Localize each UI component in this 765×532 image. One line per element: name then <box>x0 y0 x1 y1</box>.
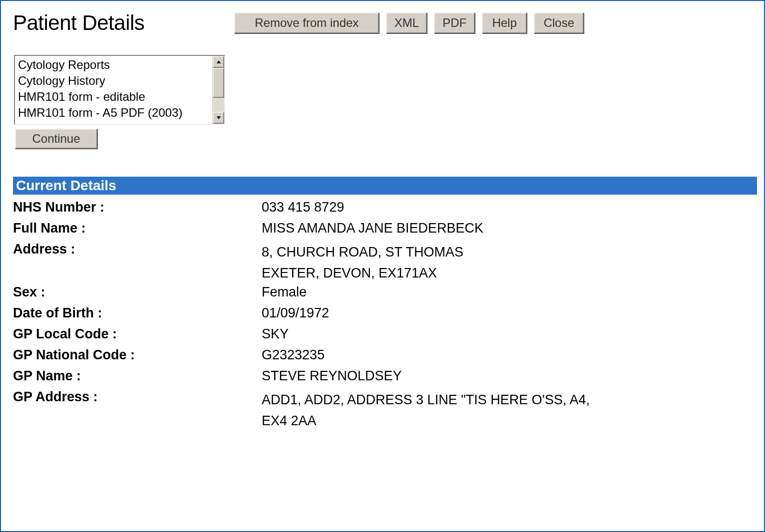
label-sex: Sex : <box>13 283 262 300</box>
row-full-name: Full Name : MISS AMANDA JANE BIEDERBECK <box>13 220 752 241</box>
value-gp-address: ADD1, ADD2, ADDRESS 3 LINE "TIS HERE O'S… <box>262 388 590 431</box>
scroll-up-button[interactable] <box>213 56 224 68</box>
scrollbar <box>212 56 224 124</box>
xml-button[interactable]: XML <box>386 12 427 33</box>
toolbar: Remove from index XML PDF Help Close <box>234 12 584 33</box>
row-gp-name: GP Name : STEVE REYNOLDSEY <box>13 367 752 388</box>
list-item[interactable]: Cytology Reports <box>18 57 209 73</box>
svg-marker-0 <box>217 60 221 63</box>
scroll-down-button[interactable] <box>213 112 224 124</box>
help-button[interactable]: Help <box>482 12 527 33</box>
header-row: Patient Details Remove from index XML PD… <box>13 11 752 35</box>
address-line-1: 8, CHURCH ROAD, ST THOMAS <box>262 242 463 263</box>
report-listbox[interactable]: Cytology Reports Cytology History HMR101… <box>15 56 212 124</box>
scroll-thumb[interactable] <box>213 68 224 98</box>
value-full-name: MISS AMANDA JANE BIEDERBECK <box>262 220 483 236</box>
details-table: NHS Number : 033 415 8729 Full Name : MI… <box>13 199 752 431</box>
address-line-2: EXETER, DEVON, EX171AX <box>262 263 463 283</box>
scroll-track[interactable] <box>213 68 224 112</box>
value-address: 8, CHURCH ROAD, ST THOMAS EXETER, DEVON,… <box>262 241 463 283</box>
value-gp-name: STEVE REYNOLDSEY <box>262 367 402 384</box>
gp-address-line-2: EX4 2AA <box>262 410 590 431</box>
row-gp-address: GP Address : ADD1, ADD2, ADDRESS 3 LINE … <box>13 388 752 431</box>
label-nhs-number: NHS Number : <box>13 199 262 215</box>
listbox-wrap: Cytology Reports Cytology History HMR101… <box>14 55 225 125</box>
close-button[interactable]: Close <box>534 12 584 33</box>
label-gp-national: GP National Code : <box>13 346 262 363</box>
label-gp-address: GP Address : <box>13 388 262 405</box>
value-gp-national: G2323235 <box>262 346 325 363</box>
gp-address-line-1: ADD1, ADD2, ADDRESS 3 LINE "TIS HERE O'S… <box>262 389 590 410</box>
chevron-down-icon <box>216 113 221 122</box>
list-item[interactable]: Cytology History <box>18 73 209 89</box>
label-gp-name: GP Name : <box>13 367 262 384</box>
row-dob: Date of Birth : 01/09/1972 <box>13 304 752 325</box>
value-sex: Female <box>262 283 307 300</box>
chevron-up-icon <box>216 57 221 66</box>
list-item[interactable]: HMR101 form - editable <box>18 89 209 105</box>
continue-button[interactable]: Continue <box>15 129 97 149</box>
label-full-name: Full Name : <box>13 220 262 236</box>
row-nhs-number: NHS Number : 033 415 8729 <box>13 199 752 220</box>
section-header-current-details: Current Details <box>13 177 757 195</box>
row-gp-local: GP Local Code : SKY <box>13 325 752 346</box>
row-gp-national: GP National Code : G2323235 <box>13 346 752 367</box>
label-dob: Date of Birth : <box>13 304 262 321</box>
label-address: Address : <box>13 241 262 257</box>
row-address: Address : 8, CHURCH ROAD, ST THOMAS EXET… <box>13 241 752 283</box>
value-gp-local: SKY <box>262 325 289 342</box>
value-dob: 01/09/1972 <box>262 304 329 321</box>
row-sex: Sex : Female <box>13 283 752 304</box>
report-selector: Cytology Reports Cytology History HMR101… <box>13 55 752 149</box>
list-item[interactable]: HMR101 form - A5 PDF (2003) <box>18 105 209 121</box>
svg-marker-1 <box>217 116 221 119</box>
page-title: Patient Details <box>13 11 144 35</box>
label-gp-local: GP Local Code : <box>13 325 262 342</box>
remove-from-index-button[interactable]: Remove from index <box>234 12 379 33</box>
value-nhs-number: 033 415 8729 <box>262 199 344 215</box>
pdf-button[interactable]: PDF <box>434 12 475 33</box>
